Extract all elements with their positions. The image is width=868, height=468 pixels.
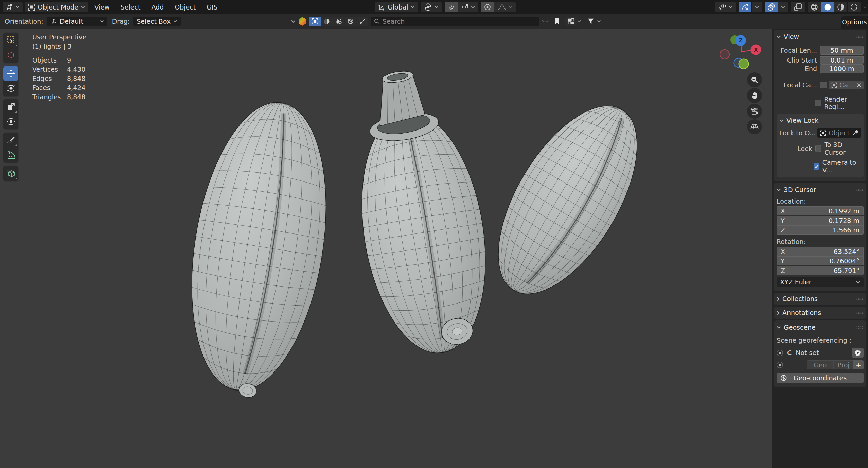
filter-sphere-toggle[interactable] — [321, 17, 333, 26]
pivot-point-dropdown[interactable] — [421, 2, 442, 12]
chevron-down-icon[interactable] — [777, 35, 781, 38]
search-input[interactable] — [383, 18, 536, 25]
show-gizmo-toggle[interactable] — [739, 2, 751, 12]
snap-target-dropdown[interactable] — [458, 2, 478, 12]
add-crs-button[interactable]: + — [853, 360, 864, 369]
tool-select-box[interactable] — [3, 33, 18, 48]
menu-view[interactable]: View — [90, 2, 114, 12]
chevron-down-icon[interactable] — [577, 20, 581, 23]
collapse-chevron-icon[interactable] — [291, 20, 296, 23]
shading-solid-button[interactable] — [821, 2, 834, 12]
show-overlays-toggle[interactable] — [765, 2, 778, 12]
proportional-editing-toggle[interactable] — [481, 2, 494, 12]
chevron-down-icon[interactable] — [777, 326, 781, 329]
tool-annotate[interactable] — [3, 133, 18, 148]
panel-grip-handle[interactable] — [856, 35, 864, 38]
menu-add[interactable]: Add — [147, 2, 168, 12]
cursor-location-z-field[interactable]: Z1.566 m — [777, 225, 864, 235]
local-camera-field[interactable]: Ca... — [829, 81, 864, 89]
snap-increment-icon — [461, 3, 469, 11]
chevron-down-icon[interactable] — [779, 119, 784, 122]
filter-brush-toggle[interactable] — [357, 17, 368, 26]
menu-object[interactable]: Object — [170, 2, 200, 12]
cursor-rotation-z-field[interactable]: Z65.791° — [777, 266, 864, 275]
rotation-mode-dropdown[interactable]: XYZ Euler — [777, 277, 864, 287]
local-camera-checkbox[interactable] — [820, 82, 827, 88]
tool-rotate[interactable] — [3, 81, 18, 96]
gizmo-options-dropdown[interactable] — [752, 2, 762, 12]
shading-dropdown-chevron[interactable] — [863, 6, 867, 8]
camera-to-view-checkbox[interactable] — [814, 163, 819, 170]
transform-orientation-dropdown[interactable]: Global — [375, 2, 418, 12]
tool-orientation-dropdown[interactable]: Default — [47, 17, 107, 26]
visibility-dropdown[interactable] — [715, 2, 736, 12]
tool-cursor[interactable] — [3, 48, 18, 63]
cursor-rotation-y-field[interactable]: Y0.76004° — [777, 256, 864, 265]
editor-type-button[interactable] — [3, 2, 23, 12]
menu-select[interactable]: Select — [116, 2, 145, 12]
filter-button[interactable] — [585, 17, 597, 26]
gizmo-axis-y-neg[interactable] — [739, 59, 749, 69]
cursor-location-y-field[interactable]: Y-0.1728 m — [777, 216, 864, 225]
drag-mode-dropdown[interactable]: Select Box — [133, 17, 181, 26]
proportional-falloff-dropdown[interactable] — [494, 2, 516, 12]
geoscene-panel-title[interactable]: Geoscene — [784, 324, 853, 331]
annotations-panel[interactable]: Annotations — [774, 307, 866, 319]
cursor-rotation-x-field[interactable]: X63.524° — [777, 247, 864, 256]
view-lock-title[interactable]: View Lock — [786, 117, 861, 124]
proj-radio[interactable] — [777, 362, 783, 368]
close-icon[interactable] — [857, 83, 861, 87]
geo-button[interactable]: Geo — [807, 360, 834, 369]
shading-material-button[interactable] — [834, 2, 847, 12]
snap-toggle[interactable] — [445, 2, 458, 12]
geo-coordinates-button[interactable]: Geo-coordinates — [777, 373, 864, 383]
tool-move[interactable] — [3, 66, 18, 81]
cursor-location-x-field[interactable]: X0.1992 m — [777, 206, 864, 215]
display-mode-button[interactable] — [565, 17, 577, 26]
shading-wireframe-button[interactable] — [808, 2, 821, 12]
overlays-options-dropdown[interactable] — [778, 2, 788, 12]
eyedropper-icon[interactable] — [852, 130, 858, 136]
search-box[interactable] — [371, 17, 539, 26]
chevron-down-icon[interactable] — [777, 188, 781, 191]
shading-rendered-button[interactable] — [848, 2, 861, 12]
panel-grip-handle[interactable] — [856, 188, 864, 191]
clip-end-field[interactable]: 1000 m — [820, 64, 864, 73]
filter-selectable-toggle[interactable] — [309, 17, 321, 26]
orthographic-toggle-button[interactable] — [747, 119, 762, 134]
bookmark-button[interactable] — [551, 17, 563, 26]
lock-to-object-field[interactable]: Object — [817, 128, 861, 138]
filter-world-toggle[interactable] — [345, 17, 356, 26]
curve-collapse-icon[interactable] — [542, 19, 549, 23]
render-region-checkbox[interactable] — [815, 100, 821, 106]
panel-grip-handle[interactable] — [856, 297, 864, 300]
xray-toggle[interactable] — [791, 2, 805, 12]
tool-measure[interactable] — [3, 148, 18, 162]
menu-gis[interactable]: GIS — [202, 2, 222, 12]
mode-selector[interactable]: Object Mode — [25, 2, 88, 12]
view-panel-title[interactable]: View — [784, 33, 853, 40]
to-3d-cursor-checkbox[interactable] — [815, 145, 821, 152]
panel-grip-handle[interactable] — [856, 326, 864, 329]
gizmo-axis-x-neg[interactable] — [720, 50, 729, 59]
chevron-down-icon[interactable] — [597, 20, 601, 23]
tool-scale[interactable] — [3, 99, 18, 114]
filter-texture-toggle[interactable] — [333, 17, 344, 26]
crs-radio[interactable] — [777, 350, 783, 356]
zoom-button[interactable] — [747, 72, 762, 87]
clip-start-field[interactable]: 0.01 m — [820, 56, 864, 64]
tool-add-cube[interactable] — [3, 166, 18, 181]
focal-length-field[interactable]: 50 mm — [820, 46, 864, 55]
camera-view-button[interactable] — [747, 104, 762, 119]
navigation-gizmo[interactable]: Z X — [715, 32, 769, 76]
viewport-3d[interactable]: User Perspective (1) lights | 3 Objects9… — [0, 29, 772, 468]
proj-button[interactable]: Proj — [834, 360, 853, 369]
tool-transform[interactable] — [3, 114, 18, 129]
options-tab[interactable]: Options — [841, 16, 868, 29]
collections-panel[interactable]: Collections — [774, 293, 866, 305]
panel-grip-handle[interactable] — [856, 311, 864, 314]
pan-button[interactable] — [747, 88, 762, 103]
crs-settings-button[interactable] — [852, 348, 864, 358]
gis-gem-icon[interactable] — [298, 17, 307, 26]
cursor-panel-title[interactable]: 3D Cursor — [784, 186, 853, 193]
